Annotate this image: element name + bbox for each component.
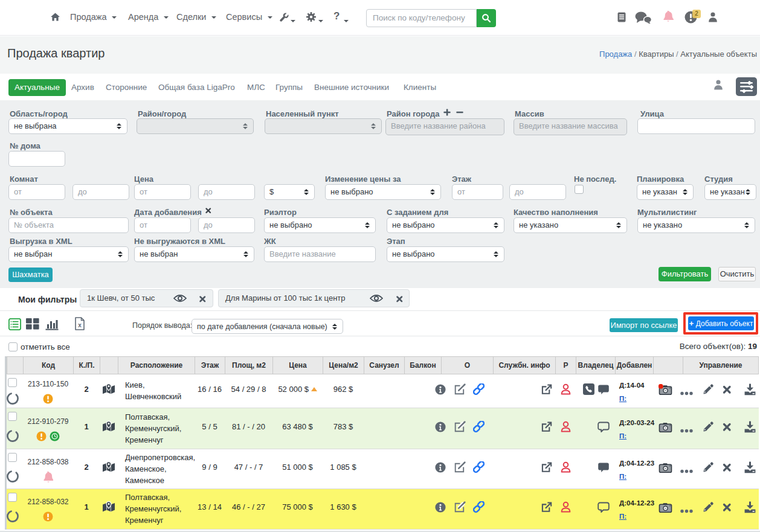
svg-text:x: x — [78, 322, 82, 328]
